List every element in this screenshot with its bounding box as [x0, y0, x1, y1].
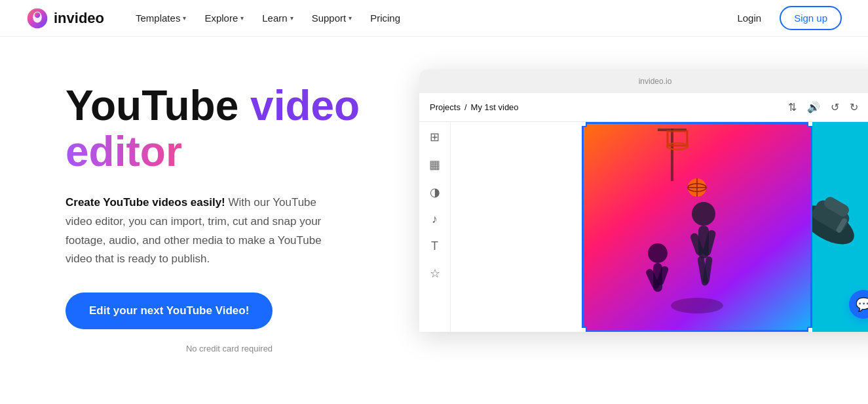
title-video: video	[250, 82, 360, 129]
video-preview	[582, 122, 812, 332]
logo-text: invideo	[54, 10, 104, 27]
resize-handle-br[interactable]	[807, 327, 812, 332]
sidebar-text-icon[interactable]: T	[431, 239, 438, 253]
editor-toolbar: Projects / My 1st video ⇅ 🔊 ↺ ↻ ⬤	[419, 93, 868, 122]
cta-button[interactable]: Edit your next YouTube Video!	[66, 293, 273, 329]
nav-links: Templates ▾ Explore ▾ Learn ▾ Support ▾ …	[128, 7, 729, 29]
canvas-panel-left	[451, 122, 582, 332]
sidebar-effects-icon[interactable]: ◑	[430, 185, 440, 199]
hero-content: YouTube video editor Create YouTube vide…	[66, 76, 393, 354]
chevron-icon: ▾	[349, 14, 352, 22]
breadcrumb-current[interactable]: My 1st video	[471, 102, 519, 112]
hero-desc-bold: Create YouTube videos easily!	[66, 196, 225, 209]
resize-handle-tr[interactable]	[807, 122, 812, 127]
title-editor: editor	[66, 128, 182, 175]
chat-icon: 💬	[856, 296, 869, 312]
signup-button[interactable]: Sign up	[780, 6, 842, 30]
resize-handle-bl[interactable]	[582, 327, 587, 332]
editor-preview: invideo.io Projects / My 1st video ⇅ 🔊 ↺…	[419, 70, 868, 332]
chevron-icon: ▾	[240, 14, 244, 22]
svg-point-2	[35, 12, 41, 18]
arrange-icon[interactable]: ⇅	[788, 101, 797, 113]
nav-support[interactable]: Support ▾	[304, 7, 360, 29]
editor-window: invideo.io Projects / My 1st video ⇅ 🔊 ↺…	[419, 70, 868, 332]
hero-description: Create YouTube videos easily! With our Y…	[66, 193, 328, 270]
title-youtube: YouTube	[66, 82, 250, 129]
logo-link[interactable]: invideo	[26, 7, 104, 30]
canvas-main	[582, 122, 812, 332]
undo-icon[interactable]: ↻	[850, 101, 858, 113]
selection-box	[582, 122, 812, 332]
login-button[interactable]: Login	[729, 7, 769, 29]
editor-canvas	[451, 122, 868, 332]
editor-body: ⊞ ▦ ◑ ♪ T ☆	[419, 122, 868, 332]
editor-topbar: invideo.io	[419, 70, 868, 93]
redo-icon[interactable]: ↺	[831, 101, 839, 113]
editor-toolbar-icons: ⇅ 🔊 ↺ ↻ ⬤	[788, 101, 868, 113]
nav-actions: Login Sign up	[729, 6, 842, 30]
sidebar-elements-icon[interactable]: ⊞	[430, 130, 440, 144]
breadcrumb-projects[interactable]: Projects	[430, 102, 461, 112]
nav-learn[interactable]: Learn ▾	[254, 7, 301, 29]
sidebar-music-icon[interactable]: ♪	[432, 212, 438, 226]
nav-templates[interactable]: Templates ▾	[128, 7, 194, 29]
canvas-content	[451, 122, 868, 332]
logo-icon	[26, 7, 48, 30]
nav-pricing[interactable]: Pricing	[362, 7, 408, 29]
navbar: invideo Templates ▾ Explore ▾ Learn ▾ Su…	[0, 0, 868, 37]
sidebar-favorites-icon[interactable]: ☆	[430, 266, 440, 281]
nav-explore[interactable]: Explore ▾	[197, 7, 252, 29]
cta-note: No credit card required	[66, 344, 393, 354]
audio-icon[interactable]: 🔊	[807, 101, 820, 113]
breadcrumb-separator: /	[464, 102, 467, 112]
resize-handle-tl[interactable]	[582, 122, 587, 127]
chevron-icon: ▾	[183, 14, 186, 22]
editor-url: invideo.io	[639, 77, 672, 86]
hero-title: YouTube video editor	[66, 83, 393, 175]
sidebar-media-icon[interactable]: ▦	[429, 157, 440, 172]
editor-sidebar: ⊞ ▦ ◑ ♪ T ☆	[419, 122, 451, 332]
chevron-icon: ▾	[290, 14, 293, 22]
hero-section: YouTube video editor Create YouTube vide…	[0, 37, 868, 404]
editor-breadcrumb: Projects / My 1st video	[430, 102, 519, 112]
